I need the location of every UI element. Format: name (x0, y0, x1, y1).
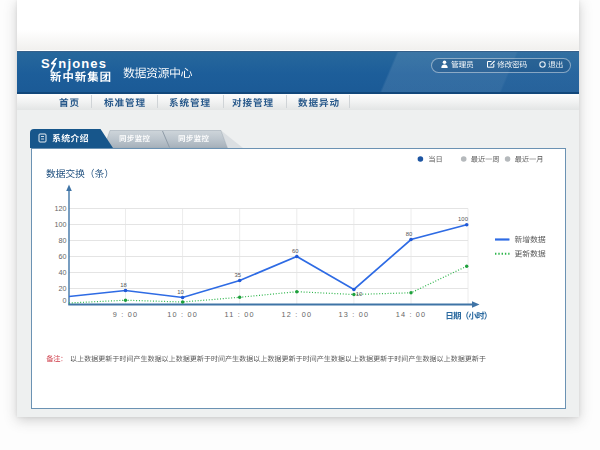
svg-text:11 : 00: 11 : 00 (225, 309, 255, 318)
svg-text:60: 60 (59, 251, 67, 260)
svg-text:100: 100 (458, 215, 469, 221)
svg-text:18: 18 (120, 281, 127, 287)
svg-text:60: 60 (292, 247, 299, 253)
svg-text:9 : 00: 9 : 00 (113, 309, 138, 318)
svg-text:80: 80 (59, 235, 67, 244)
svg-text:13 : 00: 13 : 00 (339, 309, 370, 318)
svg-text:10: 10 (356, 290, 363, 296)
svg-text:100: 100 (55, 219, 67, 228)
svg-text:12 : 00: 12 : 00 (281, 309, 312, 318)
svg-text:10: 10 (177, 288, 184, 294)
svg-text:35: 35 (234, 271, 241, 277)
svg-text:80: 80 (406, 230, 413, 236)
svg-text:20: 20 (59, 283, 67, 292)
svg-text:40: 40 (59, 267, 67, 276)
svg-text:14 : 00: 14 : 00 (396, 309, 427, 318)
svg-text:120: 120 (55, 203, 67, 212)
svg-text:0: 0 (63, 296, 67, 305)
svg-text:10 : 00: 10 : 00 (167, 309, 198, 318)
